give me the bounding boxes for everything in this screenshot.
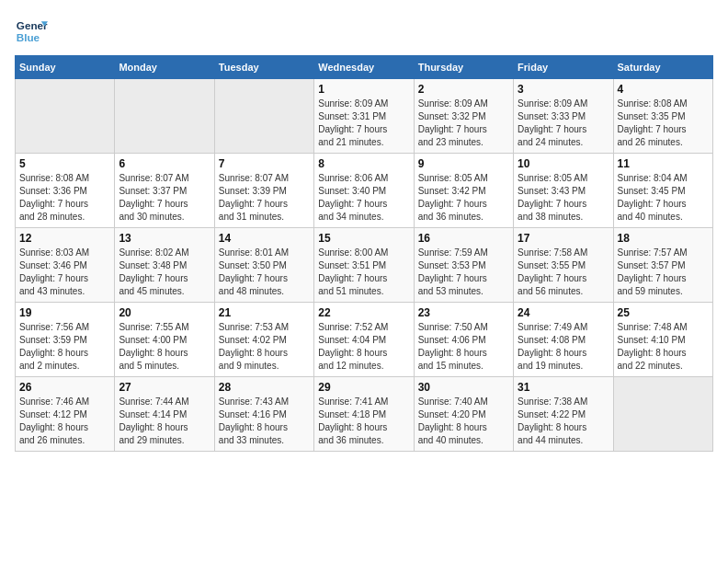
calendar-table: SundayMondayTuesdayWednesdayThursdayFrid…	[15, 55, 713, 452]
day-info: Sunrise: 8:04 AM Sunset: 3:45 PM Dayligh…	[618, 172, 709, 224]
calendar-cell: 6Sunrise: 8:07 AM Sunset: 3:37 PM Daylig…	[115, 154, 214, 228]
calendar-cell: 31Sunrise: 7:38 AM Sunset: 4:22 PM Dayli…	[514, 377, 613, 452]
calendar-cell: 26Sunrise: 7:46 AM Sunset: 4:12 PM Dayli…	[16, 377, 115, 452]
calendar-cell: 7Sunrise: 8:07 AM Sunset: 3:39 PM Daylig…	[214, 154, 313, 228]
calendar-week-row: 12Sunrise: 8:03 AM Sunset: 3:46 PM Dayli…	[16, 228, 713, 303]
day-number: 11	[618, 157, 709, 170]
calendar-cell: 1Sunrise: 8:09 AM Sunset: 3:31 PM Daylig…	[314, 79, 414, 154]
calendar-cell: 10Sunrise: 8:05 AM Sunset: 3:43 PM Dayli…	[514, 154, 613, 228]
calendar-cell: 19Sunrise: 7:56 AM Sunset: 3:59 PM Dayli…	[16, 303, 115, 377]
weekday-header-cell: Friday	[514, 56, 613, 79]
svg-text:General: General	[17, 19, 48, 31]
calendar-cell: 5Sunrise: 8:08 AM Sunset: 3:36 PM Daylig…	[16, 154, 115, 228]
day-info: Sunrise: 7:44 AM Sunset: 4:14 PM Dayligh…	[119, 396, 210, 447]
calendar-cell	[16, 79, 115, 154]
day-number: 23	[418, 306, 509, 319]
calendar-cell: 15Sunrise: 8:00 AM Sunset: 3:51 PM Dayli…	[314, 228, 414, 303]
day-number: 1	[318, 83, 409, 96]
day-number: 9	[418, 157, 509, 170]
calendar-cell: 27Sunrise: 7:44 AM Sunset: 4:14 PM Dayli…	[115, 377, 214, 452]
day-number: 24	[518, 306, 609, 319]
calendar-cell: 16Sunrise: 7:59 AM Sunset: 3:53 PM Dayli…	[414, 228, 513, 303]
calendar-cell: 24Sunrise: 7:49 AM Sunset: 4:08 PM Dayli…	[514, 303, 613, 377]
calendar-cell: 14Sunrise: 8:01 AM Sunset: 3:50 PM Dayli…	[214, 228, 313, 303]
day-info: Sunrise: 7:58 AM Sunset: 3:55 PM Dayligh…	[518, 247, 609, 298]
day-number: 30	[418, 381, 509, 394]
day-info: Sunrise: 8:09 AM Sunset: 3:32 PM Dayligh…	[418, 98, 509, 149]
calendar-week-row: 26Sunrise: 7:46 AM Sunset: 4:12 PM Dayli…	[16, 377, 713, 452]
day-number: 7	[219, 157, 310, 170]
day-number: 18	[618, 232, 709, 245]
day-number: 5	[19, 157, 110, 170]
page-header: General Blue	[15, 15, 713, 48]
day-number: 16	[418, 232, 509, 245]
day-number: 29	[318, 381, 409, 394]
calendar-cell: 20Sunrise: 7:55 AM Sunset: 4:00 PM Dayli…	[115, 303, 214, 377]
svg-text:Blue: Blue	[17, 31, 40, 43]
calendar-cell: 2Sunrise: 8:09 AM Sunset: 3:32 PM Daylig…	[414, 79, 513, 154]
day-info: Sunrise: 8:03 AM Sunset: 3:46 PM Dayligh…	[19, 247, 110, 298]
day-number: 19	[19, 306, 110, 319]
weekday-header-row: SundayMondayTuesdayWednesdayThursdayFrid…	[16, 56, 713, 79]
weekday-header-cell: Tuesday	[214, 56, 313, 79]
calendar-cell: 17Sunrise: 7:58 AM Sunset: 3:55 PM Dayli…	[514, 228, 613, 303]
day-info: Sunrise: 8:05 AM Sunset: 3:42 PM Dayligh…	[418, 172, 509, 224]
logo: General Blue	[15, 15, 48, 48]
day-number: 15	[318, 232, 409, 245]
day-info: Sunrise: 7:48 AM Sunset: 4:10 PM Dayligh…	[618, 321, 709, 373]
calendar-cell	[613, 377, 712, 452]
day-info: Sunrise: 8:09 AM Sunset: 3:33 PM Dayligh…	[518, 98, 609, 149]
day-info: Sunrise: 7:55 AM Sunset: 4:00 PM Dayligh…	[119, 321, 210, 373]
calendar-cell: 4Sunrise: 8:08 AM Sunset: 3:35 PM Daylig…	[613, 79, 712, 154]
day-info: Sunrise: 8:01 AM Sunset: 3:50 PM Dayligh…	[219, 247, 310, 298]
calendar-cell: 13Sunrise: 8:02 AM Sunset: 3:48 PM Dayli…	[115, 228, 214, 303]
weekday-header-cell: Thursday	[414, 56, 513, 79]
calendar-cell: 29Sunrise: 7:41 AM Sunset: 4:18 PM Dayli…	[314, 377, 414, 452]
logo-icon: General Blue	[15, 15, 48, 48]
day-number: 31	[518, 381, 609, 394]
day-number: 27	[119, 381, 210, 394]
calendar-cell: 23Sunrise: 7:50 AM Sunset: 4:06 PM Dayli…	[414, 303, 513, 377]
day-info: Sunrise: 7:52 AM Sunset: 4:04 PM Dayligh…	[318, 321, 409, 373]
day-number: 6	[119, 157, 210, 170]
day-number: 2	[418, 83, 509, 96]
calendar-cell: 3Sunrise: 8:09 AM Sunset: 3:33 PM Daylig…	[514, 79, 613, 154]
calendar-cell	[115, 79, 214, 154]
day-info: Sunrise: 8:08 AM Sunset: 3:35 PM Dayligh…	[618, 98, 709, 149]
day-number: 14	[219, 232, 310, 245]
day-info: Sunrise: 7:38 AM Sunset: 4:22 PM Dayligh…	[518, 396, 609, 447]
day-number: 13	[119, 232, 210, 245]
day-number: 4	[618, 83, 709, 96]
day-number: 21	[219, 306, 310, 319]
calendar-week-row: 19Sunrise: 7:56 AM Sunset: 3:59 PM Dayli…	[16, 303, 713, 377]
day-number: 8	[318, 157, 409, 170]
day-info: Sunrise: 8:00 AM Sunset: 3:51 PM Dayligh…	[318, 247, 409, 298]
day-info: Sunrise: 7:43 AM Sunset: 4:16 PM Dayligh…	[219, 396, 310, 447]
day-number: 3	[518, 83, 609, 96]
weekday-header-cell: Sunday	[16, 56, 115, 79]
day-info: Sunrise: 7:49 AM Sunset: 4:08 PM Dayligh…	[518, 321, 609, 373]
weekday-header-cell: Wednesday	[314, 56, 414, 79]
day-info: Sunrise: 7:56 AM Sunset: 3:59 PM Dayligh…	[19, 321, 110, 373]
day-number: 28	[219, 381, 310, 394]
day-info: Sunrise: 7:40 AM Sunset: 4:20 PM Dayligh…	[418, 396, 509, 447]
day-info: Sunrise: 8:09 AM Sunset: 3:31 PM Dayligh…	[318, 98, 409, 149]
day-info: Sunrise: 8:05 AM Sunset: 3:43 PM Dayligh…	[518, 172, 609, 224]
day-number: 17	[518, 232, 609, 245]
day-number: 12	[19, 232, 110, 245]
day-info: Sunrise: 8:02 AM Sunset: 3:48 PM Dayligh…	[119, 247, 210, 298]
day-info: Sunrise: 8:07 AM Sunset: 3:37 PM Dayligh…	[119, 172, 210, 224]
day-number: 20	[119, 306, 210, 319]
day-info: Sunrise: 8:07 AM Sunset: 3:39 PM Dayligh…	[219, 172, 310, 224]
day-info: Sunrise: 7:57 AM Sunset: 3:57 PM Dayligh…	[618, 247, 709, 298]
calendar-cell: 9Sunrise: 8:05 AM Sunset: 3:42 PM Daylig…	[414, 154, 513, 228]
day-info: Sunrise: 7:53 AM Sunset: 4:02 PM Dayligh…	[219, 321, 310, 373]
calendar-cell: 28Sunrise: 7:43 AM Sunset: 4:16 PM Dayli…	[214, 377, 313, 452]
day-info: Sunrise: 7:41 AM Sunset: 4:18 PM Dayligh…	[318, 396, 409, 447]
calendar-cell: 11Sunrise: 8:04 AM Sunset: 3:45 PM Dayli…	[613, 154, 712, 228]
day-info: Sunrise: 7:46 AM Sunset: 4:12 PM Dayligh…	[19, 396, 110, 447]
calendar-cell: 25Sunrise: 7:48 AM Sunset: 4:10 PM Dayli…	[613, 303, 712, 377]
day-info: Sunrise: 8:08 AM Sunset: 3:36 PM Dayligh…	[19, 172, 110, 224]
weekday-header-cell: Saturday	[613, 56, 712, 79]
calendar-cell: 22Sunrise: 7:52 AM Sunset: 4:04 PM Dayli…	[314, 303, 414, 377]
